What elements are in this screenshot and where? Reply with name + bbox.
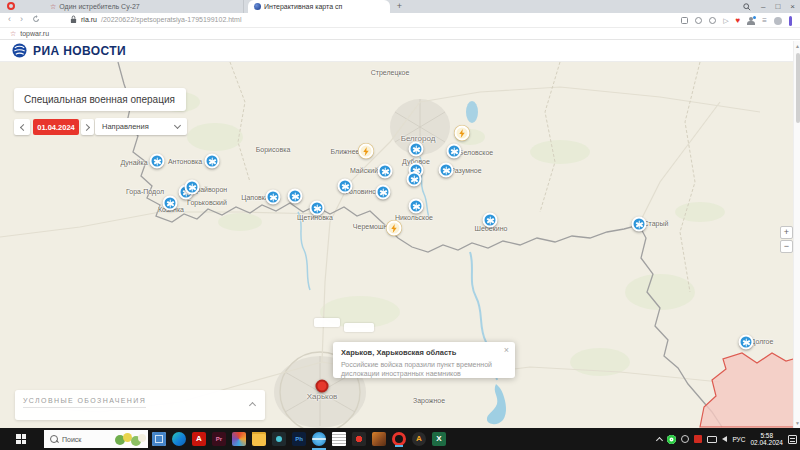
close-icon[interactable]: × [790,1,795,12]
tray-red-app-icon[interactable] [694,435,702,443]
tab-title: Один истребитель Су-27 [59,3,139,10]
taskbar-clock[interactable]: 5:58 02.04.2024 [750,432,783,447]
taskbar-app-acrobat-icon[interactable]: A [192,432,206,446]
tab-search-icon[interactable] [743,3,751,11]
search-highlight-image[interactable] [113,432,147,446]
strike-marker[interactable] [409,199,424,214]
wallet-icon[interactable] [709,17,716,24]
back-icon[interactable]: ‹ [8,14,11,24]
display-tray-icon[interactable] [707,436,717,443]
directions-label: Направления [102,122,149,131]
explosion-marker[interactable] [455,126,470,141]
strike-marker[interactable] [739,335,754,350]
bookmark-star-icon: ☆ [10,30,16,38]
strike-marker[interactable] [288,189,303,204]
reload-icon[interactable] [32,15,40,23]
taskbar-app-opera-icon[interactable] [392,432,406,446]
strike-marker[interactable] [205,154,220,169]
volume-tray-icon[interactable] [722,436,727,442]
sidebar-toggle-icon[interactable] [789,16,792,26]
taskbar-app-game-icon[interactable] [372,432,386,446]
scroll-thumb[interactable] [796,53,800,123]
browser-tab-2-active[interactable]: Интерактивная карта сп [248,0,390,13]
strike-marker[interactable] [439,163,454,178]
forward-icon[interactable]: › [20,14,23,24]
taskbar-app-explorer-icon[interactable] [252,432,266,446]
ria-header: РИА НОВОСТИ [0,40,800,62]
url-path: /20220622/spetsoperatsiya-1795199102.htm… [101,16,242,23]
strike-marker[interactable] [378,164,393,179]
strike-marker[interactable] [185,180,200,195]
bookmarks-heart-icon[interactable]: ♥ [736,17,741,25]
tab-title: Интерактивная карта сп [264,3,342,10]
vpn-play-icon[interactable]: ▷ [723,17,728,24]
date-box[interactable]: 01.04.2024 [33,119,79,135]
snapshot-icon[interactable] [681,17,688,24]
strike-marker[interactable] [632,217,647,232]
city-event-marker[interactable] [316,380,329,393]
site-brand[interactable]: РИА НОВОСТИ [33,44,126,58]
language-indicator[interactable]: РУС [732,436,745,443]
map-label-pill [314,318,340,327]
tray-app-icon[interactable] [681,435,689,443]
strike-marker[interactable] [163,196,178,211]
directions-dropdown[interactable]: Направления [95,118,187,135]
hub-person-icon[interactable] [747,17,755,25]
taskbar-app-mail-icon[interactable] [152,432,166,446]
scroll-down-icon[interactable]: ▼ [795,420,800,426]
search-placeholder: Поиск [62,436,81,443]
strike-marker[interactable] [150,154,165,169]
zoom-out-button[interactable]: − [780,240,793,253]
strike-marker[interactable] [266,190,281,205]
taskbar-search[interactable]: Поиск [44,430,148,448]
minimize-icon[interactable]: – [761,1,765,12]
bookmarks-bar: ☆ topwar.ru [0,28,800,40]
whatsapp-tray-icon[interactable] [667,435,676,444]
zoom-in-button[interactable]: + [780,226,793,239]
tray-expand-icon[interactable] [656,436,663,443]
browser-tab-strip: ☆ Один истребитель Су-27 Интерактивная к… [0,0,800,13]
prev-date-button[interactable] [14,119,30,135]
bookmark-topwar[interactable]: topwar.ru [20,30,49,37]
taskbar-app-edge-icon[interactable] [172,432,186,446]
strike-marker[interactable] [447,144,462,159]
taskbar-app-photos-icon[interactable]: Ph [292,432,306,446]
taskbar-app-browser-icon[interactable] [312,432,326,446]
taskbar-app-camera-icon[interactable] [272,432,286,446]
map-area[interactable]: СтрелецкоеБорисовкаДунайкаАнтоновкаГрайв… [0,62,800,428]
scroll-up-icon[interactable]: ▲ [795,43,800,49]
explosion-marker[interactable] [387,221,402,236]
page-scrollbar[interactable]: ▲ ▼ [793,41,800,428]
next-date-button[interactable] [81,119,94,135]
maximize-icon[interactable]: □ [775,1,780,12]
url-box[interactable]: ria.ru/20220622/spetsoperatsiya-17951991… [70,15,241,24]
taskbar-apps: APrPhAX [152,428,446,450]
chevron-down-icon [174,122,181,129]
taskbar-app-premiere-icon[interactable]: Pr [212,432,226,446]
taskbar-app-excel-icon[interactable]: X [432,432,446,446]
popup-close-icon[interactable]: × [504,346,509,355]
explosion-marker[interactable] [359,144,374,159]
taskbar-app-notepad-icon[interactable] [332,432,346,446]
reading-list-icon[interactable]: ≡ [762,17,767,25]
browser-tab-1[interactable]: ☆ Один истребитель Су-27 [44,0,244,13]
strike-marker[interactable] [407,172,422,187]
legend-bar[interactable]: УСЛОВНЫЕ ОБОЗНАЧЕНИЯ [15,390,265,420]
start-button[interactable] [0,428,42,450]
taskbar-app-paint-icon[interactable] [232,432,246,446]
kharkiv-popup: Харьков, Харьковская область Российские … [333,342,515,378]
action-center-icon[interactable] [788,435,797,444]
taskbar-app-avast-icon[interactable]: A [412,432,426,446]
popup-body: Российские войска поразили пункт временн… [341,360,501,378]
taskbar-app-recorder-icon[interactable] [352,432,366,446]
opera-menu-icon[interactable] [7,2,15,10]
history-clock-icon[interactable] [695,17,702,24]
strike-marker[interactable] [310,201,325,216]
new-tab-button[interactable]: + [394,1,405,12]
strike-marker[interactable] [338,179,353,194]
strike-marker[interactable] [409,142,424,157]
strike-marker[interactable] [376,185,391,200]
screen: ☆ Один истребитель Су-27 Интерактивная к… [0,0,800,450]
strike-marker[interactable] [483,213,498,228]
profile-avatar-icon[interactable] [774,17,782,25]
